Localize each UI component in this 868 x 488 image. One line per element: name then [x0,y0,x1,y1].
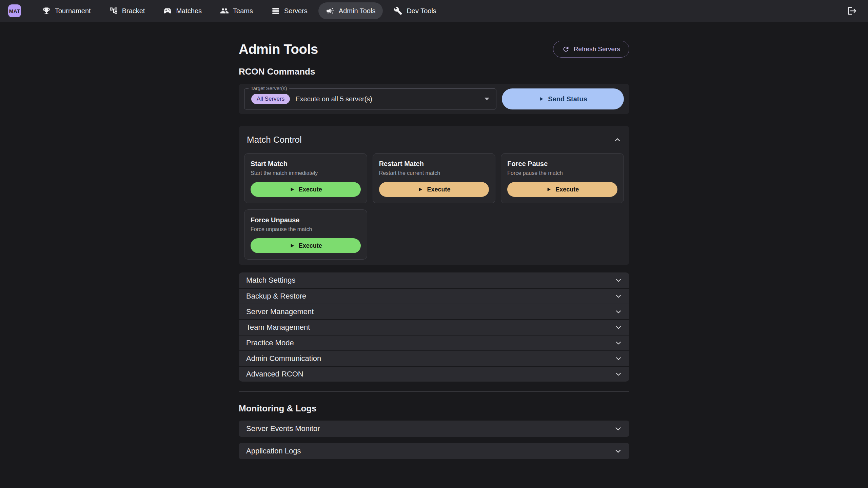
accordion-title: Practice Mode [246,339,294,347]
execute-force-unpause-button[interactable]: Execute [251,238,361,253]
accordion-title: Server Management [246,307,314,316]
chevron-down-icon [615,371,622,378]
nav-label: Matches [176,7,202,15]
nav-label: Servers [284,7,308,15]
accordion-title: Match Settings [246,276,296,285]
accordion-server-management[interactable]: Server Management [239,304,629,319]
play-icon [417,187,423,192]
wrench-icon [394,6,402,15]
refresh-servers-label: Refresh Servers [574,45,620,53]
chevron-down-icon [615,340,622,346]
accordion-team-management[interactable]: Team Management [239,319,629,335]
play-icon [289,187,295,192]
chevron-down-icon [615,293,622,300]
nav-label: Bracket [122,7,145,15]
bracket-icon [109,6,118,15]
chevron-down-icon [615,308,622,315]
execute-force-pause-button[interactable]: Execute [507,182,617,197]
accordion-title: Team Management [246,323,310,332]
nav-item-servers[interactable]: Servers [264,2,315,19]
rcon-section-title: RCON Commands [239,66,629,77]
nav-item-dev-tools[interactable]: Dev Tools [386,2,443,19]
refresh-icon [562,45,570,53]
section-divider [239,391,629,392]
chevron-down-icon [615,324,622,331]
nav-label: Dev Tools [407,7,436,15]
accordion-advanced-rcon[interactable]: Advanced RCON [239,366,629,382]
card-title: Force Pause [507,160,617,168]
send-status-button[interactable]: Send Status [502,88,624,109]
rcon-accordion-group: Match Settings Backup & Restore Server M… [239,272,629,382]
accordion-title: Application Logs [246,447,301,455]
execute-label: Execute [427,186,450,193]
execute-start-match-button[interactable]: Execute [251,182,361,197]
gamepad-icon [163,6,172,15]
accordion-match-settings[interactable]: Match Settings [239,272,629,288]
main-content: Admin Tools Refresh Servers RCON Command… [239,22,629,459]
card-restart-match: Restart Match Restart the current match … [373,153,496,203]
accordion-backup-restore[interactable]: Backup & Restore [239,288,629,304]
accordion-title: Server Events Monitor [246,424,320,433]
match-control-header[interactable]: Match Control [244,131,624,145]
chevron-down-icon [614,447,622,455]
accordion-title: Backup & Restore [246,292,306,301]
play-icon [546,187,551,192]
card-description: Force unpause the match [251,226,361,233]
nav-item-matches[interactable]: Matches [156,2,209,19]
card-description: Start the match immediately [251,170,361,177]
megaphone-icon [326,6,335,15]
execute-label: Execute [299,186,322,193]
top-navbar: MAT Tournament Bracket Matches Teams Ser… [0,0,868,22]
send-status-label: Send Status [548,95,587,103]
target-server-panel: Target Server(s) All Servers Execute on … [239,84,629,114]
execute-label: Execute [299,242,322,249]
trophy-icon [42,6,51,15]
monitoring-section-title: Monitoring & Logs [239,403,629,414]
card-force-unpause: Force Unpause Force unpause the match Ex… [244,209,367,260]
chevron-up-icon [614,136,621,144]
match-control-cards: Start Match Start the match immediately … [244,153,624,260]
chevron-down-icon [615,277,622,284]
target-server-value: Execute on all 5 server(s) [295,95,372,103]
target-server-select[interactable]: Target Server(s) All Servers Execute on … [244,88,496,109]
card-force-pause: Force Pause Force pause the match Execut… [501,153,624,203]
logout-button[interactable] [844,3,860,19]
nav-item-bracket[interactable]: Bracket [102,2,153,19]
accordion-admin-communication[interactable]: Admin Communication [239,350,629,366]
match-control-title: Match Control [247,135,302,145]
nav-label: Teams [233,7,253,15]
card-title: Force Unpause [251,216,361,224]
card-title: Restart Match [379,160,489,168]
accordion-title: Admin Communication [246,354,321,363]
match-control-panel: Match Control Start Match Start the matc… [239,126,629,265]
nav-item-admin-tools[interactable]: Admin Tools [318,2,383,19]
accordion-practice-mode[interactable]: Practice Mode [239,335,629,350]
logout-icon [847,6,857,16]
nav-label: Admin Tools [339,7,376,15]
accordion-title: Advanced RCON [246,370,303,379]
page-title: Admin Tools [239,42,318,57]
nav-item-teams[interactable]: Teams [213,2,260,19]
execute-label: Execute [555,186,579,193]
card-title: Start Match [251,160,361,168]
all-servers-chip: All Servers [251,94,290,104]
card-description: Force pause the match [507,170,617,177]
refresh-servers-button[interactable]: Refresh Servers [553,41,629,58]
play-icon [538,96,544,102]
server-stack-icon [271,6,280,15]
nav-label: Tournament [55,7,91,15]
card-description: Restart the current match [379,170,489,177]
accordion-application-logs[interactable]: Application Logs [239,443,629,459]
card-start-match: Start Match Start the match immediately … [244,153,367,203]
chevron-down-icon [614,425,622,432]
app-logo[interactable]: MAT [8,4,21,17]
nav-menu: Tournament Bracket Matches Teams Servers… [35,2,444,19]
accordion-server-events-monitor[interactable]: Server Events Monitor [239,421,629,437]
play-icon [289,243,295,248]
nav-item-tournament[interactable]: Tournament [35,2,98,19]
teams-icon [220,6,229,15]
chevron-down-icon [615,355,622,362]
dropdown-caret-icon [485,98,489,100]
target-server-label: Target Server(s) [249,85,289,91]
execute-restart-match-button[interactable]: Execute [379,182,489,197]
